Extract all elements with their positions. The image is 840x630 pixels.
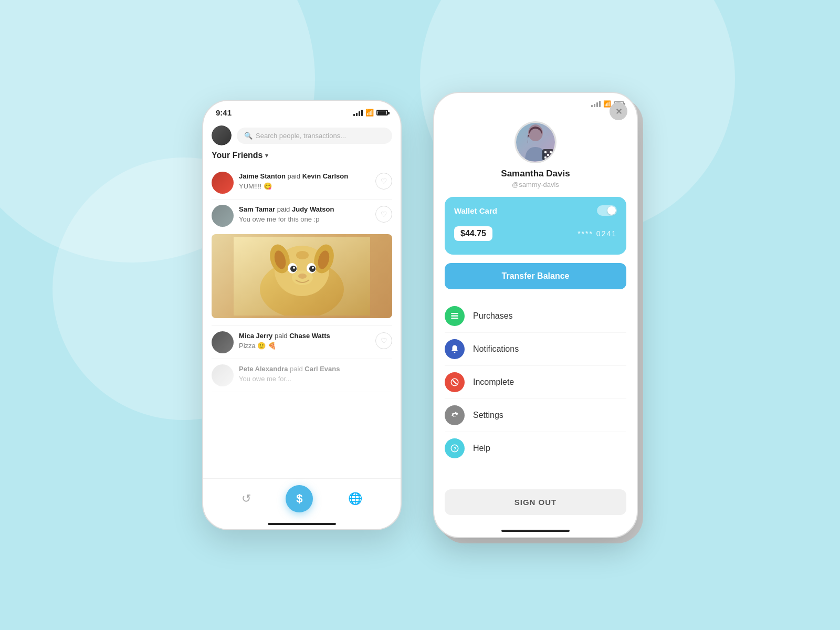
feed-names: Sam Tamar paid Judy Watson (239, 205, 370, 214)
svg-point-12 (312, 267, 314, 269)
signal-icon-2 (591, 101, 601, 107)
incomplete-icon (445, 372, 465, 392)
feed-content: Pete Alexandra paid Carl Evans You owe m… (239, 364, 392, 383)
phone2-wrapper: 📶 ✕ (433, 92, 638, 538)
feed-item: Jaime Stanton paid Kevin Carlson YUM!!!!… (212, 166, 392, 200)
time-display: 9:41 (216, 108, 232, 117)
menu-item-notifications[interactable]: Notifications (445, 333, 626, 366)
feed-names: Mica Jerry paid Chase Watts (239, 331, 370, 341)
status-bar-1: 9:41 📶 (203, 101, 401, 122)
wallet-card-footer: $44.75 **** 0241 (454, 226, 617, 241)
chevron-down-icon[interactable]: ▾ (265, 152, 268, 159)
avatar (212, 172, 234, 194)
feed-item: Mica Jerry paid Chase Watts Pizza 🙂 🍕 ♡ (212, 326, 392, 359)
app-header: 🔍 Search people, transactions... (203, 122, 401, 151)
wifi-icon: 📶 (365, 109, 374, 117)
history-icon[interactable]: ↺ (242, 492, 251, 506)
help-label: Help (473, 444, 490, 453)
wallet-card: Wallet Card $44.75 **** 0241 (445, 197, 626, 255)
feed-item: Pete Alexandra paid Carl Evans You owe m… (212, 359, 392, 392)
home-indicator (268, 523, 336, 525)
svg-rect-17 (451, 313, 458, 314)
purchases-label: Purchases (473, 311, 513, 321)
phone1: 9:41 📶 🔍 Search people, (202, 100, 402, 530)
feed-message: Pizza 🙂 🍕 (239, 342, 370, 350)
svg-point-14 (292, 270, 313, 285)
status-bar-2: 📶 (434, 93, 637, 111)
search-input[interactable]: Search people, transactions... (256, 132, 346, 140)
svg-point-15 (296, 251, 309, 259)
profile-section: Samantha Davis @sammy-davis (434, 111, 637, 197)
friends-title: Your Friends ▾ (212, 151, 392, 160)
signout-section: SIGN OUT (434, 483, 637, 526)
menu-item-incomplete[interactable]: Incomplete (445, 366, 626, 399)
settings-icon (445, 405, 465, 425)
wallet-title: Wallet Card (454, 206, 497, 215)
feed-message: You owe me for... (239, 375, 392, 383)
toggle-knob (607, 206, 616, 215)
menu-list: Purchases Notifications (434, 300, 637, 483)
help-icon: ? (445, 438, 465, 458)
profile-name: Samantha Davis (501, 169, 570, 179)
notifications-label: Notifications (473, 344, 519, 354)
svg-point-9 (290, 266, 297, 272)
card-number: **** 0241 (578, 229, 617, 238)
avatar (212, 205, 234, 227)
like-button[interactable]: ♡ (375, 206, 392, 223)
menu-item-help[interactable]: ? Help (445, 432, 626, 465)
wallet-card-header: Wallet Card (454, 205, 617, 216)
home-indicator-2 (501, 530, 570, 532)
wallet-amount: $44.75 (454, 226, 492, 241)
svg-rect-19 (451, 318, 458, 319)
profile-avatar (514, 121, 556, 163)
avatar (212, 364, 234, 386)
like-button[interactable]: ♡ (375, 332, 392, 349)
wifi-icon-2: 📶 (603, 100, 611, 108)
doge-image (212, 234, 392, 318)
purchases-icon (445, 306, 465, 326)
qr-badge (542, 149, 554, 161)
phones-container: 9:41 📶 🔍 Search people, (202, 92, 638, 538)
battery-icon (376, 110, 388, 116)
search-icon: 🔍 (244, 132, 253, 140)
signout-button[interactable]: SIGN OUT (445, 489, 626, 515)
close-button[interactable]: ✕ (610, 102, 627, 120)
notifications-icon (445, 339, 465, 359)
bottom-nav: ↺ $ 🌐 (203, 478, 401, 523)
wallet-toggle[interactable] (597, 205, 617, 216)
avatar (212, 331, 234, 353)
like-button[interactable]: ♡ (375, 173, 392, 190)
svg-text:?: ? (453, 446, 456, 452)
search-bar[interactable]: 🔍 Search people, transactions... (237, 128, 392, 144)
svg-point-10 (309, 266, 316, 272)
feed-names: Jaime Stanton paid Kevin Carlson (239, 172, 370, 181)
feed-content: Mica Jerry paid Chase Watts Pizza 🙂 🍕 (239, 331, 370, 350)
feed-item: Sam Tamar paid Judy Watson You owe me fo… (212, 200, 392, 326)
dollar-button[interactable]: $ (286, 485, 313, 512)
svg-rect-18 (451, 316, 458, 317)
menu-item-purchases[interactable]: Purchases (445, 300, 626, 333)
transfer-balance-button[interactable]: Transfer Balance (445, 263, 626, 289)
feed-content: Sam Tamar paid Judy Watson You owe me fo… (239, 205, 370, 223)
feed-message: YUM!!!! 😋 (239, 182, 370, 190)
settings-label: Settings (473, 411, 503, 420)
phone2: 📶 ✕ (433, 92, 638, 538)
user-avatar[interactable] (212, 125, 232, 145)
signal-icon (353, 110, 363, 116)
feed-names: Pete Alexandra paid Carl Evans (239, 364, 392, 374)
feed-message: You owe me for this one :p (239, 215, 370, 223)
friends-section: Your Friends ▾ Jaime Stanton paid Kevin … (203, 151, 401, 478)
globe-icon[interactable]: 🌐 (348, 492, 362, 506)
profile-handle: @sammy-davis (512, 181, 559, 188)
status-icons: 📶 (353, 109, 388, 117)
incomplete-label: Incomplete (473, 377, 514, 387)
svg-point-11 (293, 267, 295, 269)
menu-item-settings[interactable]: Settings (445, 399, 626, 432)
feed-content: Jaime Stanton paid Kevin Carlson YUM!!!!… (239, 172, 370, 190)
svg-line-21 (453, 380, 457, 384)
